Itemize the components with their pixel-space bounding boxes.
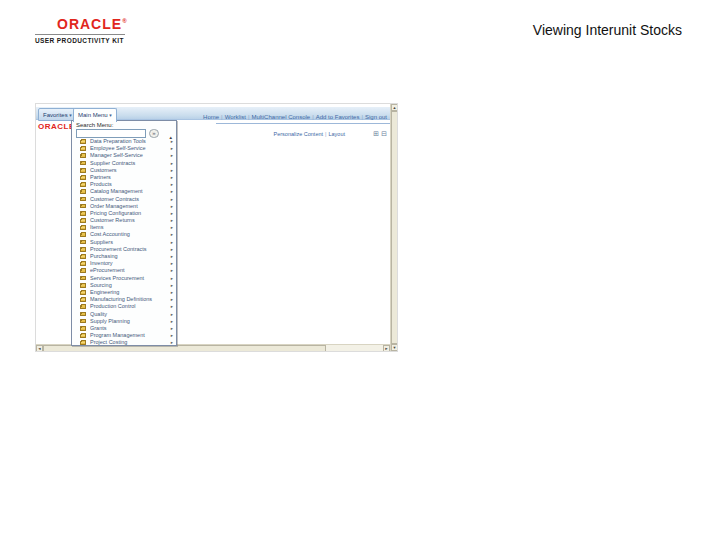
menu-item-label: Supply Planning (90, 318, 130, 325)
menu-item[interactable]: Production Control▸ (72, 303, 176, 310)
menu-item-label: Procurement Contracts (90, 246, 147, 253)
menu-item[interactable]: Items▸ (72, 224, 176, 231)
folder-icon (80, 283, 86, 287)
menu-item[interactable]: Supplier Contracts▸ (72, 160, 176, 167)
submenu-arrow-icon: ▸ (171, 152, 173, 159)
search-go-button[interactable]: » (149, 129, 159, 138)
menu-item[interactable]: Customer Returns▸ (72, 217, 176, 224)
menu-item[interactable]: Program Management▸ (72, 332, 176, 339)
scroll-right-arrow-icon[interactable]: ► (383, 345, 390, 352)
menu-item-label: Customer Contracts (90, 196, 139, 203)
menu-item[interactable]: Supply Planning▸ (72, 318, 176, 325)
menu-item-label: Production Control (90, 303, 136, 310)
submenu-arrow-icon: ▸ (171, 188, 173, 195)
pagelet-layout-icon[interactable]: ⊟ (381, 130, 389, 137)
submenu-arrow-icon: ▸ (171, 339, 173, 346)
menu-item[interactable]: Services Procurement▸ (72, 275, 176, 282)
submenu-arrow-icon: ▸ (171, 181, 173, 188)
vertical-scrollbar-thumb[interactable] (391, 111, 398, 344)
menu-item[interactable]: Customers▸ (72, 167, 176, 174)
menu-item[interactable]: Manager Self-Service▸ (72, 152, 176, 159)
search-menu-label: Search Menu: (76, 122, 176, 128)
menu-item-label: Items (90, 224, 103, 231)
header-divider (216, 123, 392, 124)
header-link[interactable]: Home (203, 114, 219, 120)
folder-icon (80, 161, 86, 165)
submenu-arrow-icon: ▸ (171, 253, 173, 260)
submenu-arrow-icon: ▸ (171, 275, 173, 282)
menu-item-label: eProcurement (90, 267, 125, 274)
link-separator: | (361, 114, 363, 120)
menu-item-label: Customers (90, 167, 117, 174)
menu-item-label: Employee Self-Service (90, 145, 146, 152)
submenu-arrow-icon: ▸ (171, 174, 173, 181)
menu-item-label: Supplier Contracts (90, 160, 135, 167)
header-link[interactable]: Sign out (365, 114, 387, 120)
scroll-up-arrow-icon[interactable]: ▲ (391, 104, 398, 111)
folder-icon (80, 190, 86, 194)
folder-icon (80, 219, 86, 223)
folder-icon (80, 233, 86, 237)
header-link[interactable]: Worklist (225, 114, 246, 120)
menu-item[interactable]: Engineering▸ (72, 289, 176, 296)
scroll-down-arrow-icon[interactable]: ▼ (391, 344, 398, 351)
menu-item-label: Data Preparation Tools (90, 138, 146, 145)
menu-item-label: Products (90, 181, 112, 188)
personalize-link[interactable]: Layout (328, 131, 345, 137)
app-oracle-logo: ORACLE (38, 122, 75, 131)
submenu-arrow-icon: ▸ (171, 196, 173, 203)
submenu-arrow-icon: ▸ (171, 325, 173, 332)
menu-item-label: Pricing Configuration (90, 210, 141, 217)
menu-item[interactable]: Order Management▸ (72, 203, 176, 210)
submenu-arrow-icon: ▸ (171, 217, 173, 224)
folder-icon (80, 305, 86, 309)
folder-icon (80, 147, 86, 151)
upk-subtitle: USER PRODUCTIVITY KIT (35, 37, 125, 44)
horizontal-scrollbar-thumb[interactable] (43, 345, 326, 352)
submenu-arrow-icon: ▸ (171, 138, 173, 145)
scroll-left-arrow-icon[interactable]: ◄ (36, 345, 43, 352)
menu-item[interactable]: Purchasing▸ (72, 253, 176, 260)
submenu-arrow-icon: ▸ (171, 145, 173, 152)
folder-icon (80, 319, 86, 323)
menu-item[interactable]: Cost Accounting▸ (72, 231, 176, 238)
menu-item[interactable]: Inventory▸ (72, 260, 176, 267)
menu-item[interactable]: Quality▸ (72, 311, 176, 318)
menu-item[interactable]: Grants▸ (72, 325, 176, 332)
menu-item[interactable]: Employee Self-Service▸ (72, 145, 176, 152)
tab-favorites-label: Favorites (43, 112, 68, 118)
folder-icon (80, 312, 86, 316)
folder-icon (80, 197, 86, 201)
vertical-scrollbar[interactable]: ▲ ▼ (390, 104, 397, 351)
registered-mark-icon: ® (122, 18, 127, 24)
submenu-arrow-icon: ▸ (171, 267, 173, 274)
menu-item[interactable]: Suppliers▸ (72, 239, 176, 246)
folder-icon (80, 269, 86, 273)
menu-item[interactable]: Procurement Contracts▸ (72, 246, 176, 253)
pagelet-layout-icon[interactable]: ⊞ (373, 130, 381, 137)
menu-item[interactable]: Pricing Configuration▸ (72, 210, 176, 217)
menu-item[interactable]: Data Preparation Tools▸ (72, 138, 176, 145)
folder-icon (80, 168, 86, 172)
header-link[interactable]: Add to Favorites (316, 114, 360, 120)
menu-item-label: Project Costing (90, 339, 127, 346)
menu-item[interactable]: Partners▸ (72, 174, 176, 181)
menu-item[interactable]: eProcurement▸ (72, 267, 176, 274)
tab-main-menu[interactable]: Main Menu ▾ (73, 108, 117, 122)
submenu-arrow-icon: ▸ (171, 224, 173, 231)
logo-divider (35, 34, 125, 35)
menu-search-input[interactable] (76, 129, 146, 138)
menu-item[interactable]: Project Costing▸ (72, 339, 176, 346)
header-links: Home|Worklist|MultiChannel Console|Add t… (203, 114, 387, 120)
menu-item[interactable]: Manufacturing Definitions▸ (72, 296, 176, 303)
menu-item[interactable]: Products▸ (72, 181, 176, 188)
submenu-arrow-icon: ▸ (171, 282, 173, 289)
menu-item-label: Purchasing (90, 253, 118, 260)
menu-item[interactable]: Sourcing▸ (72, 282, 176, 289)
personalize-link[interactable]: Personalize Content (274, 131, 324, 137)
menu-item[interactable]: Customer Contracts▸ (72, 196, 176, 203)
link-separator: | (312, 114, 314, 120)
menu-item[interactable]: Catalog Management▸ (72, 188, 176, 195)
folder-icon (80, 341, 86, 345)
header-link[interactable]: MultiChannel Console (251, 114, 310, 120)
